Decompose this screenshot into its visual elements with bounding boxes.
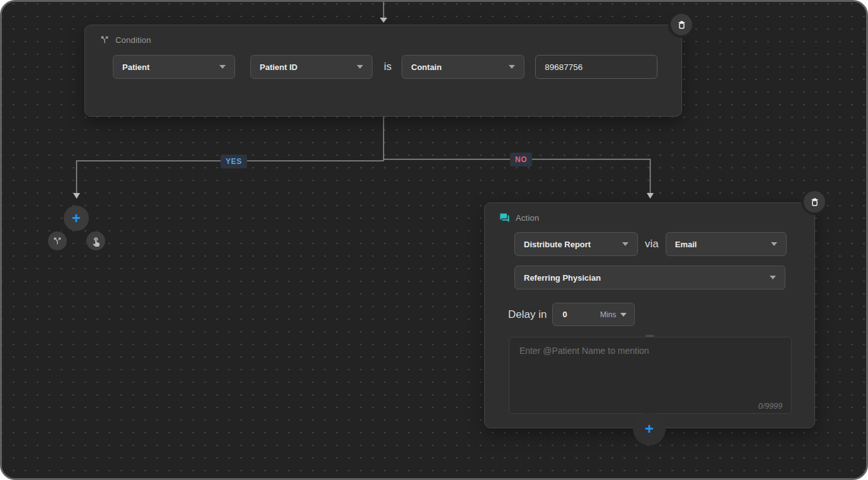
via-label: via (645, 238, 659, 250)
delay-label: Delay in (508, 308, 547, 321)
chat-icon (499, 213, 510, 223)
patient-dropdown[interactable]: Patient (113, 55, 235, 79)
condition-node[interactable]: Condition Patient Patient ID is Contain (84, 25, 682, 117)
app-window: YES NO Condition Patient Patient ID is C… (0, 0, 868, 480)
dropdown-label: Patient (122, 62, 149, 72)
delay-value-input[interactable] (562, 310, 589, 319)
dropdown-label: Distribute Report (524, 240, 591, 249)
add-node-button[interactable]: + (64, 206, 89, 231)
dropdown-label: Email (675, 240, 697, 249)
chevron-down-icon (620, 313, 627, 317)
add-step-button[interactable]: + (633, 413, 666, 445)
chevron-down-icon (509, 65, 515, 69)
textarea-anchor (645, 335, 654, 337)
action-type-dropdown[interactable]: Distribute Report (514, 232, 638, 256)
call-split-icon (52, 236, 62, 246)
trash-icon (809, 197, 820, 208)
plus-icon: + (645, 421, 654, 436)
delay-unit-label: Mins (600, 310, 616, 319)
trash-icon (676, 20, 687, 30)
action-node-header: Action (485, 203, 814, 223)
yes-branch-badge: YES (221, 155, 247, 168)
dropdown-label: Referring Physician (524, 273, 601, 283)
condition-node-header: Condition (85, 25, 681, 45)
delete-action-button[interactable] (804, 191, 825, 213)
patient-id-dropdown[interactable]: Patient ID (250, 55, 373, 79)
chevron-down-icon (771, 242, 777, 246)
channel-dropdown[interactable]: Email (666, 232, 787, 256)
add-action-option-button[interactable] (86, 231, 105, 250)
chevron-down-icon (219, 65, 226, 69)
delay-combo: Mins (552, 303, 635, 326)
is-label: is (384, 61, 391, 73)
delay-unit-dropdown[interactable]: Mins (600, 310, 627, 319)
chevron-down-icon (357, 65, 363, 69)
dropdown-label: Patient ID (260, 62, 298, 72)
operator-dropdown[interactable]: Contain (402, 55, 524, 79)
action-node[interactable]: Action Distribute Report via Email Refer… (484, 202, 815, 428)
delete-condition-button[interactable] (671, 14, 692, 35)
dropdown-label: Contain (411, 62, 441, 72)
condition-value-box (535, 55, 657, 79)
recipient-dropdown[interactable]: Referring Physician (514, 266, 785, 290)
chevron-down-icon (622, 242, 628, 246)
touch-icon (91, 236, 101, 247)
message-textarea[interactable] (509, 337, 792, 414)
node-title: Action (516, 213, 539, 223)
add-condition-option-button[interactable] (48, 231, 67, 250)
call-split-icon (100, 35, 110, 45)
char-counter: 0/9999 (758, 402, 782, 411)
chevron-down-icon (770, 276, 776, 279)
condition-value-input[interactable] (545, 62, 648, 72)
no-branch-badge: NO (510, 153, 532, 167)
plus-icon: + (72, 211, 81, 226)
node-title: Condition (115, 35, 151, 45)
